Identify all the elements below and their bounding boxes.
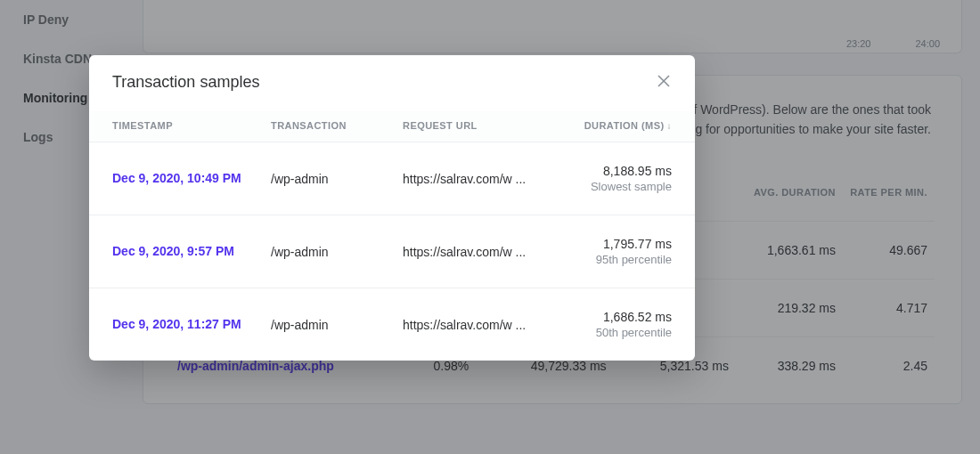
col-timestamp[interactable]: Timestamp	[112, 120, 264, 131]
transaction-samples-modal: Transaction samples Timestamp Transactio…	[89, 55, 695, 361]
duration-cell: 8,188.95 msSlowest sample	[538, 164, 672, 193]
duration-cell: 1,795.77 ms95th percentile	[538, 237, 672, 266]
transaction-name: /wp-admin	[271, 172, 396, 186]
request-url: https://salrav.com/w ...	[403, 172, 531, 186]
close-icon	[657, 75, 670, 90]
col-request-url[interactable]: Request URL	[403, 120, 531, 131]
transaction-name: /wp-admin	[271, 318, 396, 332]
request-url: https://salrav.com/w ...	[403, 245, 531, 259]
col-transaction[interactable]: Transaction	[271, 120, 396, 131]
request-url: https://salrav.com/w ...	[403, 318, 531, 332]
modal-columns: Timestamp Transaction Request URL Durati…	[89, 111, 695, 142]
timestamp-link[interactable]: Dec 9, 2020, 10:49 PM	[112, 171, 241, 185]
duration-cell: 1,686.52 ms50th percentile	[538, 310, 672, 339]
modal-row: Dec 9, 2020, 11:27 PM/wp-adminhttps://sa…	[89, 288, 695, 361]
timestamp-link[interactable]: Dec 9, 2020, 11:27 PM	[112, 317, 241, 331]
sort-descending-icon: ↓	[667, 121, 672, 131]
timestamp-link[interactable]: Dec 9, 2020, 9:57 PM	[112, 244, 234, 258]
modal-row: Dec 9, 2020, 9:57 PM/wp-adminhttps://sal…	[89, 215, 695, 288]
transaction-name: /wp-admin	[271, 245, 396, 259]
close-button[interactable]	[656, 75, 672, 91]
modal-title: Transaction samples	[112, 73, 259, 92]
modal-row: Dec 9, 2020, 10:49 PM/wp-adminhttps://sa…	[89, 142, 695, 215]
col-duration[interactable]: Duration (ms)↓	[538, 120, 672, 131]
